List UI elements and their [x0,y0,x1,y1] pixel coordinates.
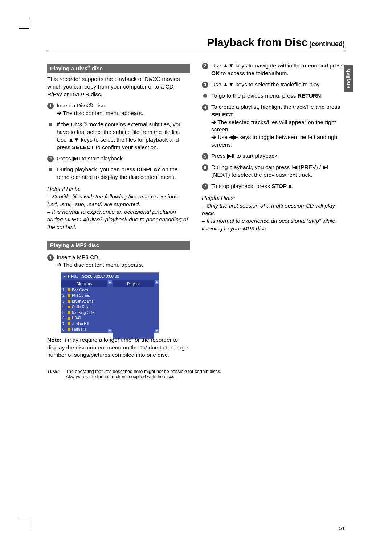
result-arrow-icon: ➔ [211,119,216,125]
bullet-icon [203,94,207,98]
step-badge-2: 2 [47,156,54,162]
divx-hints: Helpful Hints: – Subtitle files with the… [47,185,190,231]
divx-step-1: 1 Insert a DivX® disc. ➔ The disc conten… [47,102,190,117]
ui-playlist-header: Playlist [113,280,154,287]
right-step-4: 4 To create a playlist, highlight the tr… [202,103,345,149]
tips-text: The operating features described here mi… [66,369,313,379]
step-badge-3: 3 [202,82,208,88]
list-item: 5Nat King Cole [61,310,107,316]
step-badge-6: 6 [202,164,208,171]
playpause-icon: ▶II [227,153,235,159]
left-column: Playing a DivX® disc This recorder suppo… [47,58,190,359]
prev-icon: I◀ [291,164,297,170]
right-step-7: 7 To stop playback, press STOP ■. [202,183,345,190]
page-content: Playback from Disc (continued) Playing a… [47,36,345,517]
step-badge-2: 2 [202,63,208,69]
list-item: 2Phil Collins [61,293,107,299]
ui-playlist-panel: Playlist [112,280,155,333]
list-item: 7Jordan Hill [61,321,107,327]
page-header: Playback from Disc (continued) [47,36,345,51]
step-badge-4: 4 [202,104,208,111]
divx-intro: This recorder supports the playback of D… [47,75,190,98]
step-badge-1: 1 [47,254,54,261]
leftright-icon: ◀▶ [229,134,238,140]
right-column: 2 Use ▲▼ keys to navigate within the men… [202,58,345,359]
right-step-2: 2 Use ▲▼ keys to navigate within the men… [202,62,345,77]
tips-footer: TIPS: The operating features described h… [47,369,345,379]
page-title-continued: (continued) [309,40,345,48]
list-item: 3Bryan Adams [61,299,107,304]
list-item: 4Collin Raye [61,304,107,310]
mp3-step-1: 1 Insert a MP3 CD. ➔ The disc content me… [47,254,190,269]
ui-directory-panel: Directory 1Bee Gees 2Phil Collins 3Bryan… [61,280,108,333]
crop-mark [19,28,29,29]
scroll-up-icon: ▲ [108,280,112,284]
bullet-icon [49,123,52,126]
list-item: 6UB40 [61,315,107,321]
scroll-down-icon: ▼ [155,329,159,333]
step-badge-1: 1 [47,103,54,109]
scroll-down-icon: ▼ [108,329,112,333]
page-title: Playback from Disc [207,36,308,48]
result-arrow-icon: ➔ [211,134,216,140]
ui-directory-header: Directory [61,280,107,287]
tips-label: TIPS: [47,369,65,374]
crop-mark [29,519,29,529]
divx-bullet-display: During playback, you can press DISPLAY o… [47,166,190,181]
step-badge-5: 5 [202,153,208,160]
file-play-screenshot: File Play - Stop0:00:00/ 0:00:00 Directo… [61,273,159,333]
divx-step-2: 2 Press ▶II to start playback. [47,155,190,163]
ui-scrollbar-right: ▲ ▼ [155,280,159,333]
right-step-6: 6 During playback, you can press I◀ (PRE… [202,164,345,179]
updown-icon: ▲▼ [223,81,234,87]
result-arrow-icon: ➔ [57,110,61,116]
updown-icon: ▲▼ [223,62,234,69]
mp3-note: Note: It may require a longer time for t… [47,336,190,359]
crop-mark [29,18,29,28]
section-header-mp3: Playing a MP3 disc [47,241,190,250]
stop-icon: ■ [289,183,292,189]
ui-window-title: File Play - Stop0:00:00/ 0:00:00 [61,273,159,280]
step-badge-7: 7 [202,183,208,190]
playpause-icon: ▶II [73,155,80,161]
scroll-up-icon: ▲ [155,280,159,284]
ui-scrollbar-left: ▲ ▼ [108,280,112,333]
columns: Playing a DivX® disc This recorder suppo… [47,58,345,359]
language-tab: English [344,65,353,92]
right-step-3: 3 Use ▲▼ keys to select the track/file t… [202,81,345,89]
list-item: 1Bee Gees [61,287,107,293]
crop-mark [19,519,29,519]
divx-bullet-subtitles: If the DivX® movie contains external sub… [47,121,190,151]
next-icon: ▶I [323,164,328,170]
updown-icon: ▲▼ [68,136,79,143]
list-item: 8Faith Hill [61,327,107,332]
right-bullet-return: To go to the previous menu, press RETURN… [202,92,345,100]
right-hints: Helpful Hints: – Only the first session … [202,194,345,233]
ui-directory-list: 1Bee Gees 2Phil Collins 3Bryan Adams 4Co… [61,287,107,332]
bullet-icon [49,168,52,171]
right-step-5: 5 Press ▶II to start playback. [202,152,345,160]
page-number: 51 [339,525,345,531]
result-arrow-icon: ➔ [57,262,61,268]
section-header-divx: Playing a DivX® disc [47,64,190,73]
